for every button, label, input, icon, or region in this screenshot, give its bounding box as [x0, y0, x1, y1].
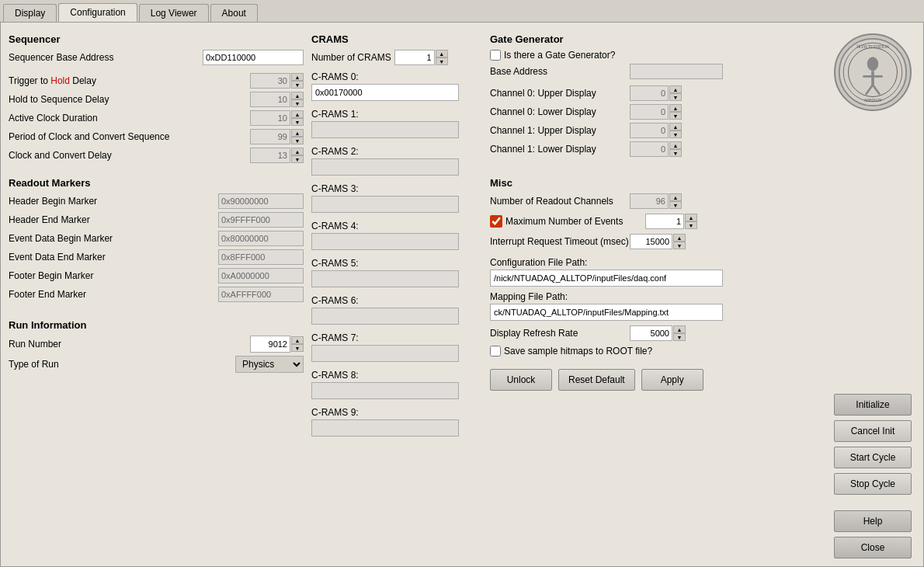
ch1-lower-down[interactable]: ▼: [669, 149, 682, 157]
run-number-up[interactable]: ▲: [291, 336, 304, 344]
crams-9-label: C-RAMS 9:: [311, 407, 482, 418]
period-clock-input[interactable]: [250, 129, 290, 144]
ch1-upper-input[interactable]: [630, 123, 669, 138]
svg-point-2: [867, 57, 878, 71]
initialize-button[interactable]: Initialize: [834, 394, 912, 416]
ch1-upper-down[interactable]: ▼: [669, 130, 682, 138]
footer-end-input[interactable]: [218, 287, 304, 302]
ch0-upper-up[interactable]: ▲: [669, 85, 682, 93]
crams-6-input[interactable]: [311, 308, 459, 325]
event-end-label: Event Data End Marker: [9, 252, 218, 263]
irq-timeout-input[interactable]: [630, 234, 672, 249]
crams-1-input[interactable]: [311, 121, 459, 138]
max-events-down[interactable]: ▼: [685, 221, 697, 229]
stop-cycle-button[interactable]: Stop Cycle: [834, 473, 912, 495]
base-address-input[interactable]: [203, 50, 304, 65]
max-events-up[interactable]: ▲: [685, 214, 697, 221]
help-button[interactable]: Help: [834, 510, 912, 532]
max-events-input[interactable]: [645, 214, 684, 229]
hitmaps-checkbox[interactable]: [490, 346, 501, 357]
active-clock-down[interactable]: ▼: [291, 118, 304, 126]
tab-log-viewer[interactable]: Log Viewer: [139, 4, 209, 22]
trigger-hold-up[interactable]: ▲: [291, 73, 304, 81]
unlock-button[interactable]: Unlock: [490, 369, 552, 391]
period-clock-label: Period of Clock and Convert Sequence: [9, 131, 250, 142]
refresh-rate-input[interactable]: [630, 325, 672, 341]
refresh-rate-up[interactable]: ▲: [673, 325, 686, 333]
apply-button[interactable]: Apply: [641, 369, 703, 391]
num-crams-up[interactable]: ▲: [436, 50, 448, 57]
mapping-path-input[interactable]: [490, 304, 723, 321]
close-button[interactable]: Close: [834, 537, 912, 558]
crams-7-input[interactable]: [311, 345, 459, 362]
clock-convert-down[interactable]: ▼: [291, 155, 304, 163]
clock-convert-input[interactable]: [250, 148, 290, 163]
run-number-input[interactable]: [250, 336, 290, 353]
crams-4-input[interactable]: [311, 233, 459, 250]
active-clock-up[interactable]: ▲: [291, 110, 304, 118]
ch0-upper-label: Channel 0: Upper Display: [490, 88, 630, 99]
crams-5-label: C-RAMS 5:: [311, 258, 482, 269]
active-clock-label: Active Clock Duration: [9, 113, 250, 123]
type-of-run-select[interactable]: Physics Calibration Test: [235, 356, 304, 373]
gate-gen-checkbox[interactable]: [490, 50, 501, 61]
crams-9-input[interactable]: [311, 419, 459, 437]
ch0-upper-down[interactable]: ▼: [669, 93, 682, 101]
num-readout-down[interactable]: ▼: [669, 201, 682, 209]
config-path-input[interactable]: [490, 270, 723, 287]
ch1-upper-up[interactable]: ▲: [669, 123, 682, 130]
tab-about[interactable]: About: [210, 4, 258, 22]
crams-6-label: C-RAMS 6:: [311, 295, 482, 306]
footer-begin-input[interactable]: [218, 268, 304, 284]
header-begin-input[interactable]: [218, 193, 304, 209]
trigger-hold-input[interactable]: [250, 73, 290, 89]
run-number-down[interactable]: ▼: [291, 344, 304, 352]
crams-2-input[interactable]: [311, 158, 459, 176]
crams-0-input[interactable]: [311, 84, 459, 101]
max-events-checkbox[interactable]: [490, 215, 502, 228]
hold-sequence-input[interactable]: [250, 92, 290, 107]
event-begin-input[interactable]: [218, 231, 304, 246]
base-address-label: Sequencer Base Address: [9, 52, 203, 63]
cancel-init-button[interactable]: Cancel Init: [834, 420, 912, 442]
hold-sequence-down[interactable]: ▼: [291, 99, 304, 107]
tab-configuration[interactable]: Configuration: [58, 3, 137, 22]
gate-base-addr-input[interactable]: [630, 64, 723, 79]
num-readout-label: Number of Readout Channels: [490, 196, 630, 207]
start-cycle-button[interactable]: Start Cycle: [834, 447, 912, 468]
ch0-lower-label: Channel 0: Lower Display: [490, 106, 630, 117]
active-clock-input[interactable]: [250, 110, 290, 126]
crams-3-input[interactable]: [311, 196, 459, 213]
crams-3-label: C-RAMS 3:: [311, 183, 482, 194]
crams-8-input[interactable]: [311, 382, 459, 399]
misc-title: Misc: [490, 177, 822, 189]
irq-timeout-up[interactable]: ▲: [673, 234, 686, 242]
gate-base-addr-label: Base Address: [490, 66, 630, 77]
ch1-lower-up[interactable]: ▲: [669, 141, 682, 149]
header-begin-label: Header Begin Marker: [9, 196, 218, 207]
refresh-rate-down[interactable]: ▼: [673, 333, 686, 341]
hold-sequence-up[interactable]: ▲: [291, 92, 304, 99]
period-clock-down[interactable]: ▼: [291, 137, 304, 144]
num-readout-up[interactable]: ▲: [669, 193, 682, 201]
period-clock-up[interactable]: ▲: [291, 129, 304, 137]
header-end-input[interactable]: [218, 212, 304, 228]
ch0-lower-input[interactable]: [630, 104, 669, 120]
reset-default-button[interactable]: Reset Default: [558, 369, 635, 391]
ch0-lower-up[interactable]: ▲: [669, 104, 682, 112]
trigger-hold-down[interactable]: ▼: [291, 81, 304, 89]
ch0-lower-down[interactable]: ▼: [669, 112, 682, 120]
mapping-path-label: Mapping File Path:: [490, 291, 822, 302]
config-path-label: Configuration File Path:: [490, 257, 822, 268]
clock-convert-up[interactable]: ▲: [291, 148, 304, 155]
event-end-input[interactable]: [218, 249, 304, 265]
num-crams-input[interactable]: [394, 50, 435, 65]
tab-display[interactable]: Display: [3, 4, 57, 22]
crams-5-input[interactable]: [311, 270, 459, 287]
num-crams-down[interactable]: ▼: [436, 57, 448, 65]
ch1-lower-input[interactable]: [630, 141, 669, 157]
num-readout-input[interactable]: [630, 193, 669, 209]
gate-gen-title: Gate Generator: [490, 33, 822, 45]
ch0-upper-input[interactable]: [630, 85, 669, 101]
irq-timeout-down[interactable]: ▼: [673, 242, 686, 249]
